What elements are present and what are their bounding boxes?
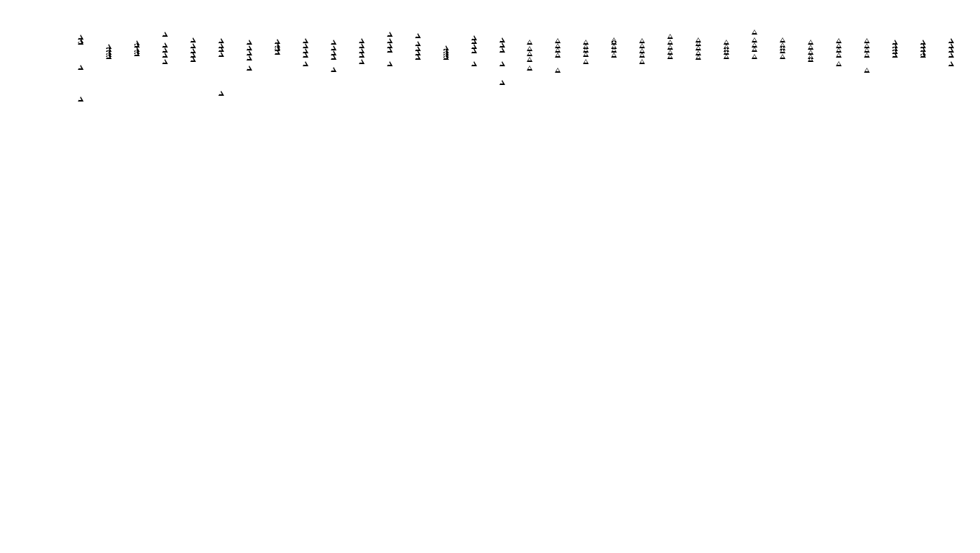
data-point: [695, 55, 701, 60]
data-point: [527, 40, 533, 45]
data-point: [723, 54, 729, 59]
data-point: [246, 50, 252, 55]
data-point: [246, 66, 252, 71]
data-point: [864, 38, 870, 43]
data-point: [836, 48, 842, 53]
data-point: [415, 41, 421, 46]
data-point: [387, 48, 393, 53]
data-point: [527, 46, 533, 51]
data-point: [695, 45, 701, 50]
data-point: [555, 53, 561, 58]
data-point: [246, 40, 252, 45]
data-point: [106, 54, 112, 59]
data-point: [78, 40, 84, 45]
data-point: [415, 55, 421, 60]
data-point: [667, 40, 673, 45]
data-point: [639, 38, 645, 43]
data-point: [246, 45, 252, 50]
data-point: [780, 54, 785, 59]
data-point: [836, 38, 842, 43]
data-point: [780, 37, 785, 42]
data-point: [836, 61, 842, 66]
data-point: [134, 51, 140, 56]
data-point: [218, 38, 224, 43]
data-point: [892, 53, 898, 58]
data-point: [162, 32, 168, 37]
data-point: [471, 61, 477, 66]
data-point: [499, 48, 505, 53]
data-point: [246, 55, 252, 60]
data-point: [527, 51, 533, 56]
data-point: [920, 53, 926, 58]
data-point: [611, 53, 617, 58]
data-point: [499, 42, 505, 48]
data-point: [864, 68, 870, 73]
data-point: [667, 45, 673, 50]
data-point: [527, 66, 533, 71]
data-point: [162, 59, 168, 64]
scatter-plot: [0, 0, 980, 553]
data-point: [190, 37, 196, 42]
data-point: [331, 67, 337, 72]
data-point: [275, 50, 280, 55]
data-point: [752, 37, 757, 42]
data-point: [162, 48, 168, 53]
data-point: [555, 38, 561, 43]
data-point: [499, 80, 505, 85]
data-point: [555, 68, 561, 73]
data-point: [836, 53, 842, 58]
data-point: [555, 48, 561, 53]
data-point: [639, 53, 645, 58]
data-point: [527, 57, 533, 62]
data-point: [752, 47, 757, 52]
data-point: [218, 91, 224, 96]
data-point: [359, 53, 365, 58]
data-point: [583, 52, 589, 57]
data-point: [948, 53, 954, 58]
data-point: [499, 61, 505, 66]
data-point: [639, 59, 645, 64]
data-point: [387, 38, 393, 43]
data-point: [611, 48, 617, 53]
data-point: [415, 33, 421, 38]
data-point: [667, 54, 673, 59]
data-point: [218, 47, 224, 52]
data-point: [864, 48, 870, 53]
data-point: [78, 96, 84, 102]
data-point: [864, 53, 870, 58]
data-point: [387, 32, 393, 37]
data-point: [808, 57, 814, 62]
data-point: [499, 37, 505, 42]
data-point: [190, 57, 196, 62]
data-point: [303, 38, 308, 43]
data-point: [443, 55, 449, 60]
data-point: [780, 48, 785, 53]
data-point: [948, 61, 954, 66]
data-point: [948, 48, 954, 53]
data-point: [471, 39, 477, 44]
data-point: [218, 52, 224, 57]
data-point: [752, 30, 757, 35]
data-point: [471, 48, 477, 53]
data-point: [162, 42, 168, 48]
data-point: [948, 38, 954, 43]
data-point: [359, 43, 365, 48]
data-point: [303, 53, 308, 58]
data-point: [583, 59, 589, 64]
data-point: [331, 55, 337, 60]
data-point: [359, 59, 365, 64]
data-point: [331, 40, 337, 45]
data-point: [331, 45, 337, 50]
data-point: [808, 40, 814, 45]
data-point: [303, 43, 308, 48]
data-point: [387, 61, 393, 66]
data-point: [303, 61, 308, 66]
data-point: [359, 38, 365, 43]
data-point: [752, 54, 757, 59]
data-point: [78, 65, 84, 70]
data-point: [667, 34, 673, 39]
data-point: [808, 45, 814, 50]
data-point: [190, 43, 196, 48]
data-point: [162, 53, 168, 58]
data-point: [639, 43, 645, 48]
